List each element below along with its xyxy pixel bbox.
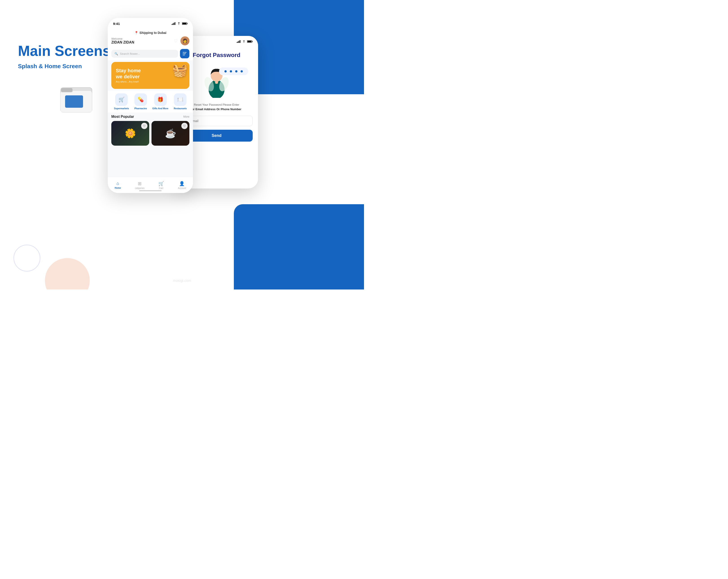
welcome-label: Welcome: [111, 37, 134, 41]
svg-rect-21: [237, 42, 237, 43]
nav-home[interactable]: ⌂ Home: [115, 181, 121, 189]
location-text: Shipping to Dubai: [139, 31, 166, 34]
banner-line1: Stay home we deliver: [116, 68, 141, 80]
user-avatar[interactable]: 👩: [180, 36, 189, 45]
forgot-status-bar: [237, 40, 253, 43]
deco-circle: [14, 245, 41, 271]
welcome-name: ZIDAN ZIDAN: [111, 41, 134, 45]
restaurants-icon: 🍽️: [174, 94, 186, 106]
banner-sub: Any where... Any time!!: [116, 81, 141, 83]
account-nav-label: Account: [178, 187, 186, 189]
account-nav-icon: 👤: [179, 181, 185, 186]
nav-categories[interactable]: ⊞ catigories: [135, 181, 145, 189]
svg-rect-9: [173, 23, 174, 25]
filter-button[interactable]: [180, 49, 189, 58]
most-popular-section: Most Popular More 🌼 ♡ ☕ ♡: [108, 112, 193, 147]
forgot-wifi-icon: [242, 40, 246, 43]
otp-dot-1: [225, 70, 227, 73]
search-placeholder: Search flower...: [120, 52, 140, 55]
cat-pharmacies[interactable]: 💊 Pharmacies: [134, 94, 147, 110]
otp-dot-3: [235, 70, 237, 73]
promo-banner: Stay home we deliver Any where... Any ti…: [111, 62, 189, 89]
cart-nav-label: Cart: [159, 187, 163, 189]
search-icon: 🔍: [114, 52, 118, 55]
cat-gifts[interactable]: 🎁 Gifts And More: [152, 94, 168, 110]
home-nav-icon: ⌂: [116, 181, 119, 186]
supermarkets-label: Supermarkets: [114, 107, 129, 110]
search-bar: 🔍 Search flower...: [108, 47, 193, 60]
product-card-coffee[interactable]: ☕ ♡: [152, 121, 189, 146]
otp-input: [219, 68, 248, 75]
cat-supermarkets[interactable]: 🛒 Supermarkets: [114, 94, 129, 110]
svg-rect-8: [172, 24, 172, 25]
coffee-heart[interactable]: ♡: [181, 123, 188, 129]
svg-rect-15: [182, 23, 186, 24]
home-nav-label: Home: [115, 187, 121, 189]
status-bar: [172, 22, 188, 25]
otp-dot-4: [240, 70, 243, 73]
cart-nav-icon: 🛒: [158, 181, 164, 186]
product-card-flowers[interactable]: 🌼 ♡: [111, 121, 149, 146]
svg-point-25: [244, 43, 244, 43]
svg-rect-22: [238, 41, 238, 43]
forgot-battery-icon: [247, 40, 253, 43]
svg-rect-28: [248, 41, 252, 43]
location-bar: 📍 Shipping to Dubai: [108, 29, 193, 35]
forgot-signal-icon: [237, 40, 241, 43]
wifi-icon: [177, 22, 181, 25]
svg-rect-27: [252, 41, 253, 42]
svg-rect-11: [175, 22, 176, 25]
pharmacies-label: Pharmacies: [134, 107, 147, 110]
svg-rect-23: [239, 41, 239, 43]
home-time: 9:41: [113, 22, 120, 26]
bg-blue-bottom: [234, 204, 364, 290]
svg-point-19: [185, 52, 186, 53]
search-input-wrap[interactable]: 🔍 Search flower...: [111, 50, 178, 58]
svg-point-20: [184, 53, 186, 54]
banner-text: Stay home we deliver Any where... Any ti…: [111, 64, 145, 87]
gifts-icon: 🎁: [154, 94, 167, 106]
restaurants-label: Restaurants: [174, 107, 187, 110]
svg-rect-24: [240, 40, 240, 43]
svg-rect-31: [215, 81, 218, 84]
pharmacies-icon: 💊: [134, 94, 147, 106]
supermarkets-icon: 🛒: [115, 94, 128, 106]
product-grid: 🌼 ♡ ☕ ♡: [111, 121, 189, 146]
heart-icon[interactable]: ♡: [174, 38, 178, 44]
signal-icon: [172, 22, 176, 25]
cat-restaurants[interactable]: 🍽️ Restaurants: [174, 94, 187, 110]
flowers-heart[interactable]: ♡: [141, 123, 148, 129]
welcome-row: Welcome ZIDAN ZIDAN ♡ 👩: [108, 35, 193, 47]
splash-icon: [58, 79, 99, 119]
svg-rect-7: [61, 88, 73, 92]
welcome-text: Welcome ZIDAN ZIDAN: [111, 37, 134, 45]
svg-rect-18: [183, 55, 185, 55]
svg-rect-14: [187, 23, 188, 24]
section-header: Most Popular More: [111, 115, 189, 119]
otp-dot-2: [230, 70, 232, 73]
categories-nav-label: catigories: [135, 187, 145, 189]
battery-icon: [182, 22, 188, 25]
svg-point-12: [179, 24, 179, 25]
svg-rect-10: [174, 23, 174, 25]
nav-cart[interactable]: 🛒 Cart: [158, 181, 164, 189]
watermark: mosigi.com: [173, 279, 191, 283]
banner-image: 🧺: [172, 63, 188, 78]
categories-nav-icon: ⊞: [138, 181, 141, 186]
gifts-label: Gifts And More: [152, 107, 168, 110]
deco-peach: [45, 258, 90, 290]
location-pin-icon: 📍: [134, 31, 138, 34]
phone-home: 9:41 📍 Shipping to: [108, 18, 193, 193]
home-indicator: [139, 190, 162, 191]
home-content: 📍 Shipping to Dubai Welcome ZIDAN ZIDAN …: [108, 29, 193, 193]
more-link[interactable]: More: [183, 115, 189, 118]
phone-notch: 9:41: [108, 18, 193, 29]
svg-rect-5: [65, 96, 83, 108]
avatar-heart-row: ♡ 👩: [174, 36, 189, 45]
section-title: Most Popular: [111, 115, 134, 119]
categories: 🛒 Supermarkets 💊 Pharmacies 🎁 Gifts And …: [108, 91, 193, 112]
nav-account[interactable]: 👤 Account: [178, 181, 186, 189]
